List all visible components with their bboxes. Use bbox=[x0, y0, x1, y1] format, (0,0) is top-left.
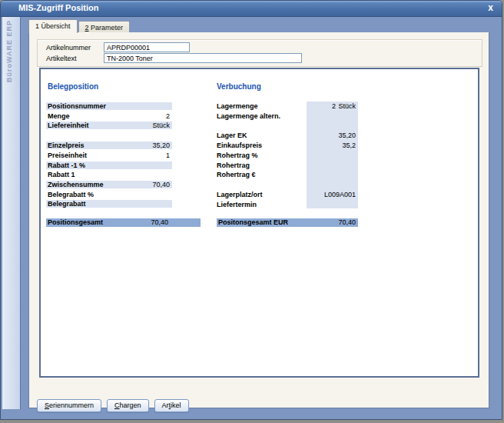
tab-2-parameter[interactable]: 2 Parameter bbox=[78, 21, 131, 33]
article-fieldset: Artikelnummer Artikeltext bbox=[37, 39, 482, 67]
tab-1-übersicht[interactable]: 1 Übersicht bbox=[28, 19, 78, 33]
row-label: Menge bbox=[48, 112, 70, 120]
table-row: Rohertrag € bbox=[217, 171, 358, 178]
artikeltext-input[interactable] bbox=[104, 53, 302, 63]
verbuchung-header: Verbuchung bbox=[217, 82, 261, 91]
artikelnummer-label: Artikelnummer bbox=[46, 44, 91, 52]
artikel-button[interactable]: Artikel bbox=[154, 399, 189, 412]
table-row: Lagermenge2Stück bbox=[217, 102, 358, 110]
positionsgesamt-eur-label: Positonsgesamt EUR bbox=[218, 218, 288, 227]
row-unit: Stück bbox=[338, 102, 356, 110]
belegposition-header: Belegposition bbox=[48, 82, 98, 91]
table-row: Liefertermin bbox=[217, 201, 358, 208]
table-row: Lagerplatz/ortL009A001 bbox=[217, 191, 358, 198]
row-label: Rohertrag bbox=[217, 162, 250, 169]
table-row: Einzelpreis35,20 bbox=[46, 142, 172, 149]
table-row: Zwischensumme70,40 bbox=[46, 181, 172, 188]
row-value: 70,40 bbox=[152, 181, 170, 188]
table-row: Einkaufspreis35,2 bbox=[217, 142, 358, 149]
row-value: 35,20 bbox=[338, 132, 356, 139]
table-row: Menge2 bbox=[46, 112, 172, 120]
app-window: MIS-Zugriff Position x BüroWARE ERP 1 Üb… bbox=[0, 0, 502, 420]
row-label: Rabatt 1 bbox=[48, 171, 75, 178]
positionsgesamt-value: 70,40 bbox=[151, 218, 168, 227]
row-label: Belegrabatt % bbox=[48, 191, 94, 198]
artikeltext-label: Artikeltext bbox=[46, 55, 77, 62]
positionsgesamt-eur-value: 70,40 bbox=[338, 218, 356, 227]
table-row: Positionsnummer bbox=[46, 102, 172, 110]
row-label: Rohertrag € bbox=[217, 171, 256, 178]
brand-strip: BüroWARE ERP bbox=[2, 17, 21, 409]
brand-text: BüroWARE ERP bbox=[5, 20, 13, 82]
desktop: MIS-Zugriff Position x BüroWARE ERP 1 Üb… bbox=[0, 0, 504, 423]
positionsgesamt-eur-row: Positonsgesamt EUR 70,40 bbox=[217, 218, 358, 227]
row-label: Lagermenge altern. bbox=[217, 112, 280, 120]
row-label: Positionsnummer bbox=[48, 102, 106, 110]
row-label: Zwischensumme bbox=[48, 181, 104, 188]
artikelnummer-input[interactable] bbox=[104, 42, 190, 52]
row-value: L009A001 bbox=[324, 191, 356, 198]
button-row: SeriennummernChargenArtikel bbox=[37, 397, 194, 412]
table-row: Rohertrag % bbox=[217, 152, 358, 159]
table-row: Rabatt 1 bbox=[46, 171, 172, 178]
row-value: 35,2 bbox=[342, 142, 356, 149]
table-row: Rabatt -1 % bbox=[46, 162, 172, 169]
positionsgesamt-row: Positionsgesamt 70,40 bbox=[46, 218, 201, 227]
row-label: Belegrabatt bbox=[48, 200, 86, 208]
row-label: Rabatt -1 % bbox=[48, 162, 85, 169]
table-row: Belegrabatt % bbox=[46, 191, 172, 198]
table-row: Lager EK35,20 bbox=[217, 132, 358, 139]
row-label: Einkaufspreis bbox=[217, 142, 262, 149]
seriennummern-button[interactable]: Seriennummern bbox=[37, 399, 101, 412]
table-row: Preiseinheit1 bbox=[46, 152, 172, 159]
row-label: Lagermenge bbox=[217, 102, 258, 110]
table-row: LiefereinheitStück bbox=[46, 122, 172, 129]
table-row: Lagermenge altern. bbox=[217, 112, 358, 120]
row-label: Lagerplatz/ort bbox=[217, 191, 263, 198]
row-value: 35,20 bbox=[152, 142, 170, 149]
row-value: Stück bbox=[152, 122, 170, 129]
chargen-button[interactable]: Chargen bbox=[107, 399, 149, 412]
positionsgesamt-label: Positionsgesamt bbox=[48, 218, 103, 227]
row-value: 2 bbox=[332, 102, 336, 110]
close-icon[interactable]: x bbox=[488, 2, 493, 13]
row-label: Lager EK bbox=[217, 132, 247, 139]
tab-bar: 1 Übersicht2 Parameter bbox=[28, 19, 131, 33]
window-title: MIS-Zugriff Position bbox=[18, 3, 98, 12]
titlebar[interactable]: MIS-Zugriff Position x bbox=[1, 1, 502, 17]
table-row: Belegrabatt bbox=[46, 200, 172, 208]
row-label: Rohertrag % bbox=[217, 152, 258, 159]
row-label: Preiseinheit bbox=[48, 152, 87, 159]
row-label: Liefereinheit bbox=[48, 122, 89, 129]
table-row: Rohertrag bbox=[217, 162, 358, 169]
row-label: Liefertermin bbox=[217, 201, 257, 208]
row-label: Einzelpreis bbox=[48, 142, 85, 149]
row-value: 2 bbox=[166, 112, 170, 120]
tab-page-uebersicht: Artikelnummer Artikeltext Belegposition … bbox=[28, 32, 489, 408]
row-value: 1 bbox=[166, 152, 170, 159]
position-detail-panel: Belegposition Verbuchung Positionsnummer… bbox=[39, 68, 479, 378]
